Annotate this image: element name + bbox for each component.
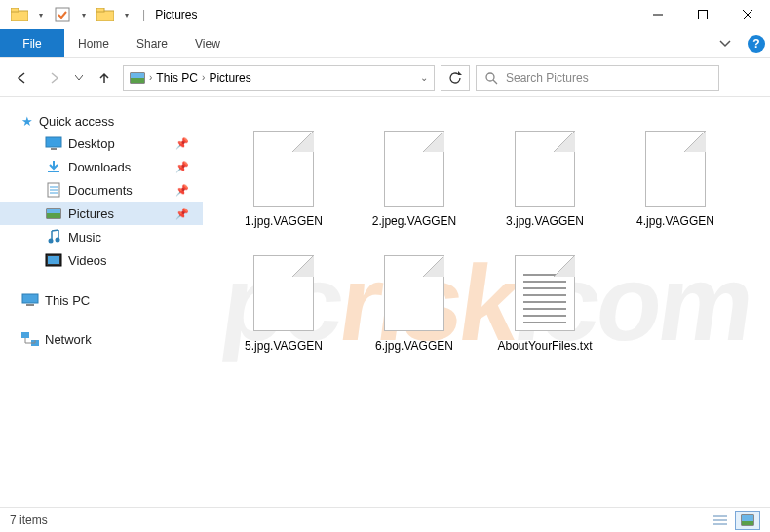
- sidebar-quick-access[interactable]: ★ Quick access: [0, 111, 203, 132]
- tab-view[interactable]: View: [181, 29, 234, 57]
- large-icons-view-button[interactable]: [735, 511, 760, 530]
- sidebar-item-downloads[interactable]: Downloads📌: [0, 155, 203, 178]
- blank-file-icon: [250, 125, 318, 212]
- svg-rect-3: [96, 11, 114, 21]
- help-button[interactable]: ?: [743, 29, 770, 57]
- file-name: 5.jpg.VAGGEN: [245, 339, 323, 355]
- forward-button[interactable]: [41, 65, 66, 91]
- file-name: 3.jpg.VAGGEN: [506, 214, 584, 230]
- search-placeholder: Search Pictures: [506, 71, 589, 85]
- qat-dropdown-2-icon[interactable]: ▾: [78, 4, 90, 25]
- search-icon: [484, 71, 498, 85]
- pin-icon: 📌: [175, 208, 189, 220]
- breadcrumb[interactable]: › This PC › Pictures ⌄: [123, 65, 435, 91]
- sidebar-item-label: Documents: [68, 183, 133, 198]
- properties-icon[interactable]: [51, 4, 74, 25]
- breadcrumb-this-pc[interactable]: This PC: [156, 71, 198, 85]
- blank-file-icon: [511, 125, 579, 212]
- sidebar-item-music[interactable]: Music: [0, 225, 203, 248]
- sidebar-quick-access-label: Quick access: [39, 114, 114, 129]
- explorer-window: ▾ ▾ ▾ | Pictures File Home Share View ?: [0, 0, 770, 532]
- this-pc-icon: [21, 292, 39, 308]
- qat-dropdown-icon[interactable]: ▾: [35, 4, 47, 25]
- svg-point-18: [49, 239, 54, 244]
- svg-rect-0: [11, 11, 28, 21]
- svg-line-10: [493, 80, 497, 84]
- sidebar-this-pc[interactable]: This PC: [0, 289, 203, 311]
- separator: |: [142, 8, 145, 21]
- svg-rect-6: [699, 11, 708, 19]
- file-tab[interactable]: File: [0, 29, 64, 57]
- file-item[interactable]: 2.jpeg.VAGGEN: [351, 117, 478, 238]
- details-view-button[interactable]: [708, 511, 733, 530]
- refresh-button[interactable]: [441, 65, 470, 91]
- blank-file-icon: [380, 125, 448, 212]
- tab-share[interactable]: Share: [123, 29, 181, 57]
- item-count: 7 items: [10, 513, 48, 527]
- history-dropdown-icon[interactable]: [72, 65, 86, 91]
- file-item[interactable]: AboutYourFiles.txt: [481, 242, 608, 362]
- file-area[interactable]: pcrisk.com 1.jpg.VAGGEN2.jpeg.VAGGEN3.jp…: [203, 97, 770, 507]
- pin-icon: 📌: [175, 184, 189, 197]
- navigation-pane: ★ Quick access Desktop📌Downloads📌Documen…: [0, 97, 203, 507]
- sidebar-item-label: Downloads: [68, 160, 131, 174]
- documents-icon: [45, 182, 62, 198]
- maximize-button[interactable]: [680, 0, 725, 29]
- star-icon: ★: [21, 114, 33, 129]
- text-file-icon: [511, 249, 579, 337]
- pin-icon: 📌: [175, 137, 189, 150]
- help-icon: ?: [748, 35, 765, 53]
- sidebar-item-label: Videos: [68, 253, 107, 268]
- statusbar: 7 items: [0, 507, 770, 532]
- minimize-button[interactable]: [635, 0, 680, 29]
- pin-icon: 📌: [175, 161, 189, 173]
- desktop-icon: [45, 135, 62, 151]
- sidebar-network[interactable]: Network: [0, 328, 203, 350]
- titlebar: ▾ ▾ ▾ | Pictures: [0, 0, 770, 29]
- file-item[interactable]: 3.jpg.VAGGEN: [481, 117, 608, 238]
- pictures-icon: [45, 206, 62, 221]
- svg-rect-12: [51, 148, 57, 150]
- sidebar-network-label: Network: [45, 332, 92, 347]
- up-button[interactable]: [92, 65, 117, 91]
- file-name: 4.jpg.VAGGEN: [636, 214, 714, 230]
- sidebar-item-documents[interactable]: Documents📌: [0, 178, 203, 202]
- blank-file-icon: [380, 249, 448, 337]
- svg-rect-2: [56, 8, 69, 21]
- ribbon-expand-button[interactable]: [708, 29, 743, 57]
- tab-home[interactable]: Home: [64, 29, 123, 57]
- file-name: 1.jpg.VAGGEN: [245, 214, 323, 230]
- svg-rect-11: [46, 137, 61, 147]
- window-title: Pictures: [155, 8, 197, 21]
- videos-icon: [45, 252, 62, 268]
- sidebar-item-label: Desktop: [68, 136, 115, 151]
- file-item[interactable]: 5.jpg.VAGGEN: [220, 242, 347, 362]
- svg-rect-23: [26, 304, 34, 306]
- breadcrumb-pictures[interactable]: Pictures: [209, 71, 250, 85]
- file-grid: 1.jpg.VAGGEN2.jpeg.VAGGEN3.jpg.VAGGEN4.j…: [220, 117, 760, 361]
- sidebar-item-label: Music: [68, 230, 101, 245]
- svg-rect-4: [96, 8, 104, 12]
- ribbon: File Home Share View ?: [0, 29, 770, 58]
- qat-dropdown-3-icon[interactable]: ▾: [121, 4, 133, 25]
- network-icon: [21, 331, 39, 347]
- chevron-right-icon: ›: [202, 72, 205, 83]
- file-item[interactable]: 1.jpg.VAGGEN: [220, 117, 347, 238]
- close-button[interactable]: [725, 0, 770, 29]
- back-button[interactable]: [10, 65, 35, 91]
- chevron-down-icon[interactable]: ⌄: [420, 72, 428, 83]
- blank-file-icon: [250, 249, 318, 337]
- address-bar: › This PC › Pictures ⌄ Search Pictures: [0, 58, 770, 97]
- folder-qat-icon[interactable]: [94, 4, 117, 25]
- sidebar-item-desktop[interactable]: Desktop📌: [0, 132, 203, 155]
- app-icon[interactable]: [8, 4, 31, 25]
- svg-rect-1: [11, 8, 19, 12]
- svg-rect-22: [22, 294, 38, 303]
- sidebar-this-pc-label: This PC: [45, 293, 90, 308]
- file-item[interactable]: 6.jpg.VAGGEN: [351, 242, 478, 362]
- search-input[interactable]: Search Pictures: [476, 65, 719, 91]
- file-item[interactable]: 4.jpg.VAGGEN: [612, 117, 739, 238]
- sidebar-item-videos[interactable]: Videos: [0, 248, 203, 272]
- svg-point-9: [486, 73, 494, 81]
- sidebar-item-pictures[interactable]: Pictures📌: [0, 202, 203, 225]
